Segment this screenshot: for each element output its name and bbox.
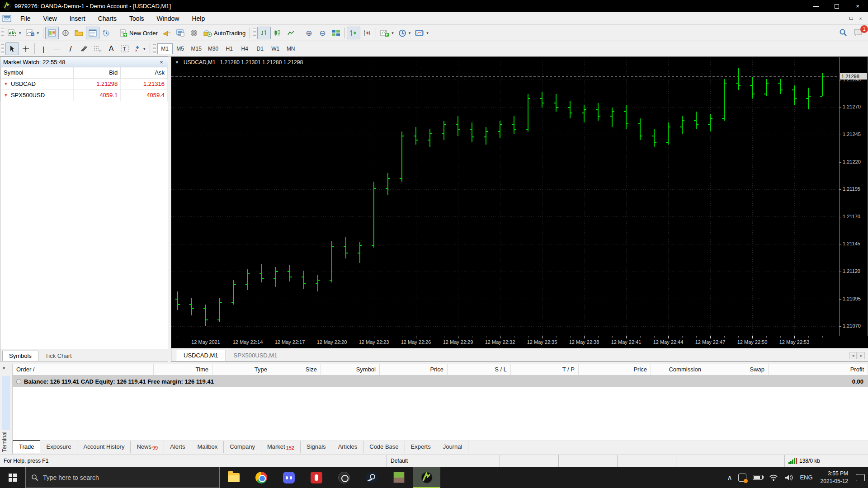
time-axis[interactable]: 12 May 202112 May 22:1412 May 22:1712 Ma… xyxy=(171,336,868,348)
market-watch-col-symbol[interactable]: Symbol xyxy=(1,67,74,78)
orders-col-type-2[interactable]: Type xyxy=(212,364,271,375)
taskbar-file-explorer-icon[interactable] xyxy=(220,467,247,488)
zoom-in-button[interactable]: ⊕ xyxy=(302,27,316,39)
bar-chart-button[interactable] xyxy=(257,27,271,39)
wifi-icon[interactable] xyxy=(766,467,781,488)
mdi-minimize-button[interactable]: _ xyxy=(837,14,846,23)
horizontal-line-tool[interactable]: — xyxy=(50,42,64,55)
chart-tab-spx500usd-m1[interactable]: SPX500USD,M1 xyxy=(226,350,285,361)
auto-scroll-button[interactable] xyxy=(347,27,360,39)
terminal-tab-trade[interactable]: Trade xyxy=(13,440,40,453)
tile-windows-button[interactable] xyxy=(329,27,343,39)
orders-col-order-0[interactable]: Order / xyxy=(13,364,154,375)
periods-button[interactable]: ▾ xyxy=(396,27,413,39)
timeframe-h4[interactable]: H4 xyxy=(237,43,252,54)
chart-expand-icon[interactable]: ▼ xyxy=(175,60,179,65)
options-target-button[interactable] xyxy=(187,27,201,39)
terminal-tab-signals[interactable]: Signals xyxy=(301,441,332,453)
menu-item-help[interactable]: Help xyxy=(185,13,211,24)
channel-tool[interactable] xyxy=(77,42,91,55)
autotrading-button[interactable]: AutoTrading xyxy=(201,27,248,39)
terminal-tab-journal[interactable]: Journal xyxy=(437,441,469,453)
menu-item-insert[interactable]: Insert xyxy=(63,13,92,24)
terminal-tab-company[interactable]: Company xyxy=(224,441,261,453)
market-watch-row-spx500usd[interactable]: ▼SPX500USD4059.14059.4 xyxy=(1,89,168,101)
orders-col-s-l-6[interactable]: S / L xyxy=(448,364,511,375)
data-window-button[interactable] xyxy=(59,27,72,39)
action-center-icon[interactable] xyxy=(853,467,868,488)
chart-plot-area[interactable] xyxy=(171,57,839,336)
new-chart-button[interactable]: ▾ xyxy=(5,27,24,39)
market-watch-tab-symbols[interactable]: Symbols xyxy=(2,351,38,361)
taskbar-discord-icon[interactable] xyxy=(275,467,302,488)
terminal-tab-experts[interactable]: Experts xyxy=(405,441,437,453)
market-watch-col-bid[interactable]: Bid xyxy=(74,67,121,78)
start-button[interactable] xyxy=(0,467,25,488)
timeframe-m15[interactable]: M15 xyxy=(188,43,205,54)
taskbar-search-input[interactable]: Type here to search xyxy=(25,467,220,488)
metaeditor-button[interactable] xyxy=(160,27,174,39)
taskbar-media-app-icon[interactable] xyxy=(302,467,330,488)
indicators-button[interactable]: ▾ xyxy=(378,27,396,39)
notifications-icon[interactable]: 1 xyxy=(854,28,863,38)
menu-item-window[interactable]: Window xyxy=(151,13,186,24)
terminal-close-icon[interactable]: × xyxy=(2,365,5,371)
chart-tab-usdcad-m1[interactable]: USDCAD,M1 xyxy=(176,350,226,361)
timeframe-w1[interactable]: W1 xyxy=(268,43,283,54)
market-watch-close-icon[interactable]: × xyxy=(158,59,165,66)
terminal-tab-alerts[interactable]: Alerts xyxy=(164,441,191,453)
chart-shift-button[interactable] xyxy=(360,27,374,39)
terminal-tab-news[interactable]: News99 xyxy=(131,441,164,453)
line-chart-button[interactable] xyxy=(284,27,298,39)
zoom-out-button[interactable]: ⊖ xyxy=(316,27,329,39)
navigator-toggle[interactable] xyxy=(72,27,86,39)
market-watch-header[interactable]: Market Watch: 22:55:48 × xyxy=(0,57,168,67)
timeframe-m1[interactable]: M1 xyxy=(157,43,173,54)
terminal-tab-market[interactable]: Market152 xyxy=(261,441,301,453)
timeframe-mn[interactable]: MN xyxy=(283,43,298,54)
crosshair-tool[interactable] xyxy=(19,42,33,55)
orders-col-t-p-7[interactable]: T / P xyxy=(511,364,579,375)
volume-icon[interactable] xyxy=(781,467,797,488)
new-order-button[interactable]: New Order xyxy=(117,27,160,39)
orders-col-time-1[interactable]: Time xyxy=(154,364,212,375)
fibonacci-tool[interactable]: F xyxy=(91,42,104,55)
mql-monitor-button[interactable] xyxy=(174,27,187,39)
mdi-close-button[interactable]: × xyxy=(856,14,865,23)
templates-button[interactable]: ▾ xyxy=(413,27,431,39)
timeframe-h1[interactable]: H1 xyxy=(222,43,237,54)
profiles-button[interactable]: ▾ xyxy=(24,27,42,39)
status-profile[interactable]: Default xyxy=(387,455,441,467)
orders-col-symbol-4[interactable]: Symbol xyxy=(321,364,380,375)
timeframe-m30[interactable]: M30 xyxy=(205,43,222,54)
orders-col-profit-11[interactable]: Profit xyxy=(769,364,868,375)
menu-item-view[interactable]: View xyxy=(37,13,63,24)
taskbar-chrome-icon[interactable] xyxy=(247,467,275,488)
orders-col-price-5[interactable]: Price xyxy=(380,364,448,375)
window-close-button[interactable]: × xyxy=(847,0,868,12)
menu-item-charts[interactable]: Charts xyxy=(92,13,123,24)
price-axis[interactable]: 1.212951.212701.212451.212201.211951.211… xyxy=(839,57,868,336)
terminal-tab-account-history[interactable]: Account History xyxy=(77,441,131,453)
orders-col-commission-9[interactable]: Commission xyxy=(651,364,705,375)
window-minimize-button[interactable]: — xyxy=(806,0,826,12)
candlestick-chart-button[interactable] xyxy=(271,27,284,39)
timeframe-m5[interactable]: M5 xyxy=(173,43,188,54)
terminal-tab-articles[interactable]: Articles xyxy=(332,441,364,453)
orders-col-swap-10[interactable]: Swap xyxy=(705,364,769,375)
orders-col-price-8[interactable]: Price xyxy=(579,364,651,375)
market-watch-row-usdcad[interactable]: ▼USDCAD1.212981.21316 xyxy=(1,78,168,89)
language-indicator[interactable]: ENG xyxy=(797,467,816,488)
taskbar-minecraft-icon[interactable] xyxy=(385,467,413,488)
market-watch-col-ask[interactable]: Ask xyxy=(121,67,168,78)
taskbar-metatrader-icon[interactable] xyxy=(413,467,440,488)
mdi-restore-button[interactable] xyxy=(846,14,856,23)
chart-tabs-scroll-left-icon[interactable]: ◄ xyxy=(849,352,857,359)
terminal-tab-exposure[interactable]: Exposure xyxy=(40,441,77,453)
market-watch-tab-tick-chart[interactable]: Tick Chart xyxy=(38,351,79,361)
taskbar-clock[interactable]: 3:55 PM 2021-05-12 xyxy=(816,470,853,484)
terminal-tab-mailbox[interactable]: Mailbox xyxy=(191,441,224,453)
battery-icon[interactable] xyxy=(750,467,766,488)
search-icon[interactable] xyxy=(839,28,847,38)
timeframe-d1[interactable]: D1 xyxy=(252,43,268,54)
